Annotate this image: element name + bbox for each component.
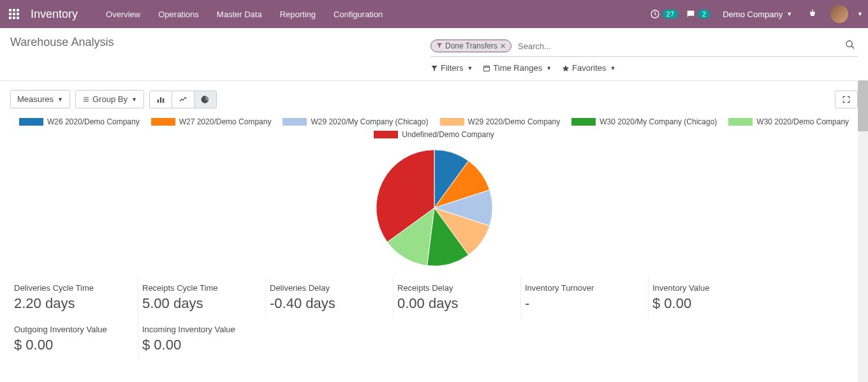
nav-right: 27 2 Demo Company ▼ ▼	[650, 5, 863, 23]
stat-label: Outgoing Inventory Value	[14, 325, 134, 334]
legend-swatch	[571, 118, 596, 126]
filter-icon	[430, 64, 438, 72]
legend-item[interactable]: W29 2020/My Company (Chicago)	[283, 117, 428, 126]
expand-icon	[842, 95, 851, 104]
search-area: Done Transfers ✕ Filters ▼ Time Ranges ▼…	[430, 36, 858, 80]
svg-rect-14	[163, 98, 164, 103]
svg-rect-1	[13, 9, 15, 11]
chevron-down-icon: ▼	[467, 65, 473, 71]
activity-indicator[interactable]: 27	[650, 9, 678, 19]
chevron-down-icon: ▼	[546, 65, 552, 71]
search-icon[interactable]	[842, 37, 858, 55]
chat-icon	[686, 9, 696, 19]
legend-swatch	[374, 131, 398, 138]
stat-card: Incoming Inventory Value$ 0.00	[138, 318, 265, 360]
stat-value: -0.40 days	[270, 295, 389, 312]
debug-icon[interactable]	[805, 6, 820, 23]
stat-label: Inventory Value	[652, 283, 772, 293]
stat-value: 2.20 days	[14, 295, 134, 312]
messages-indicator[interactable]: 2	[686, 9, 710, 19]
stat-card: Deliveries Delay-0.40 days	[265, 277, 393, 318]
svg-rect-4	[13, 13, 15, 15]
stat-value: -	[525, 295, 644, 312]
stat-label: Deliveries Cycle Time	[14, 283, 134, 293]
group-by-button[interactable]: Group By ▼	[75, 90, 144, 108]
chevron-down-icon[interactable]: ▼	[857, 11, 863, 17]
pie-chart-icon	[201, 95, 210, 104]
legend-swatch	[283, 118, 307, 126]
svg-rect-0	[9, 9, 11, 11]
company-switcher[interactable]: Demo Company ▼	[717, 7, 797, 22]
graph-toolbar: Measures ▼ Group By ▼	[0, 81, 868, 117]
search-facet: Done Transfers ✕	[430, 40, 511, 52]
scrollbar-thumb[interactable]	[858, 80, 868, 131]
stat-label: Receipts Cycle Time	[142, 283, 261, 293]
list-icon	[82, 96, 90, 103]
svg-rect-7	[13, 17, 15, 19]
legend-label: W30 2020/Demo Company	[756, 117, 849, 126]
clock-icon	[650, 9, 660, 19]
stat-value: 0.00 days	[397, 295, 517, 312]
line-chart-icon	[179, 95, 188, 104]
chevron-down-icon: ▼	[131, 96, 137, 103]
fullscreen-button[interactable]	[835, 91, 858, 108]
time-ranges-dropdown[interactable]: Time Ranges ▼	[483, 63, 552, 73]
legend-swatch	[440, 118, 464, 126]
close-icon[interactable]: ✕	[500, 42, 506, 50]
stat-label: Incoming Inventory Value	[142, 325, 261, 334]
nav-master-data[interactable]: Master Data	[209, 4, 270, 24]
page-title: Warehouse Analysis	[10, 36, 430, 49]
legend-swatch	[19, 118, 43, 126]
svg-rect-3	[9, 13, 11, 15]
pie-chart-button[interactable]	[194, 91, 217, 108]
svg-rect-5	[17, 13, 19, 15]
legend-item[interactable]: W26 2020/Demo Company	[19, 117, 140, 126]
stat-label: Inventory Turnover	[525, 283, 644, 293]
nav-overview[interactable]: Overview	[98, 4, 148, 24]
nav-reporting[interactable]: Reporting	[272, 4, 323, 24]
line-chart-button[interactable]	[172, 91, 195, 108]
apps-icon[interactable]	[5, 5, 23, 23]
star-icon	[562, 64, 570, 72]
legend-label: W30 2020/My Company (Chicago)	[600, 117, 717, 126]
nav-operations[interactable]: Operations	[151, 4, 207, 24]
chevron-down-icon: ▼	[786, 11, 792, 17]
filters-dropdown[interactable]: Filters ▼	[430, 63, 473, 73]
filter-icon	[436, 41, 443, 50]
calendar-icon	[483, 64, 490, 72]
legend-label: Undefined/Demo Company	[402, 130, 494, 139]
stat-label: Deliveries Delay	[270, 283, 389, 293]
stat-card: Receipts Cycle Time5.00 days	[138, 277, 265, 318]
legend-item[interactable]: W27 2020/Demo Company	[151, 117, 272, 126]
measures-button[interactable]: Measures ▼	[10, 90, 70, 108]
search-options: Filters ▼ Time Ranges ▼ Favorites ▼	[430, 57, 858, 80]
bar-chart-icon	[156, 95, 165, 104]
top-navbar: Inventory Overview Operations Master Dat…	[0, 0, 868, 28]
search-input[interactable]	[515, 39, 839, 54]
legend-item[interactable]: W30 2020/My Company (Chicago)	[571, 117, 717, 126]
stat-value: $ 0.00	[14, 337, 134, 353]
svg-rect-6	[9, 17, 11, 19]
app-brand[interactable]: Inventory	[31, 8, 78, 21]
legend-swatch	[151, 118, 175, 126]
bar-chart-button[interactable]	[149, 91, 172, 108]
chart-legend: W26 2020/Demo CompanyW27 2020/Demo Compa…	[10, 117, 858, 139]
messages-count: 2	[698, 10, 710, 18]
favorites-dropdown[interactable]: Favorites ▼	[562, 63, 615, 73]
stat-card: Inventory Value$ 0.00	[648, 277, 776, 318]
facet-label: Done Transfers	[445, 41, 497, 50]
svg-rect-8	[17, 17, 19, 19]
chevron-down-icon: ▼	[610, 65, 616, 71]
stat-card: Receipts Delay0.00 days	[393, 277, 520, 318]
legend-item[interactable]: W29 2020/Demo Company	[440, 117, 561, 126]
stat-value: 5.00 days	[142, 295, 261, 312]
legend-item[interactable]: W30 2020/Demo Company	[728, 117, 849, 126]
legend-label: W29 2020/Demo Company	[468, 117, 561, 126]
user-avatar[interactable]	[830, 5, 848, 23]
search-box[interactable]: Done Transfers ✕	[430, 36, 858, 57]
nav-configuration[interactable]: Configuration	[326, 4, 390, 24]
stat-card: Deliveries Cycle Time2.20 days	[10, 277, 138, 318]
stat-value: $ 0.00	[142, 337, 261, 353]
control-panel: Warehouse Analysis Done Transfers ✕ Filt…	[0, 28, 868, 81]
legend-item[interactable]: Undefined/Demo Company	[374, 130, 494, 139]
